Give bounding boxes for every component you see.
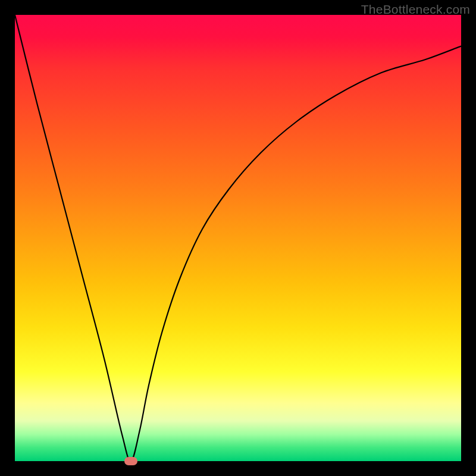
plot-area [15,15,461,461]
bottleneck-curve-path [15,15,461,461]
chart-container: TheBottleneck.com [0,0,476,476]
watermark-text: TheBottleneck.com [361,2,470,17]
curve-svg [15,15,461,461]
optimal-marker [124,457,137,465]
